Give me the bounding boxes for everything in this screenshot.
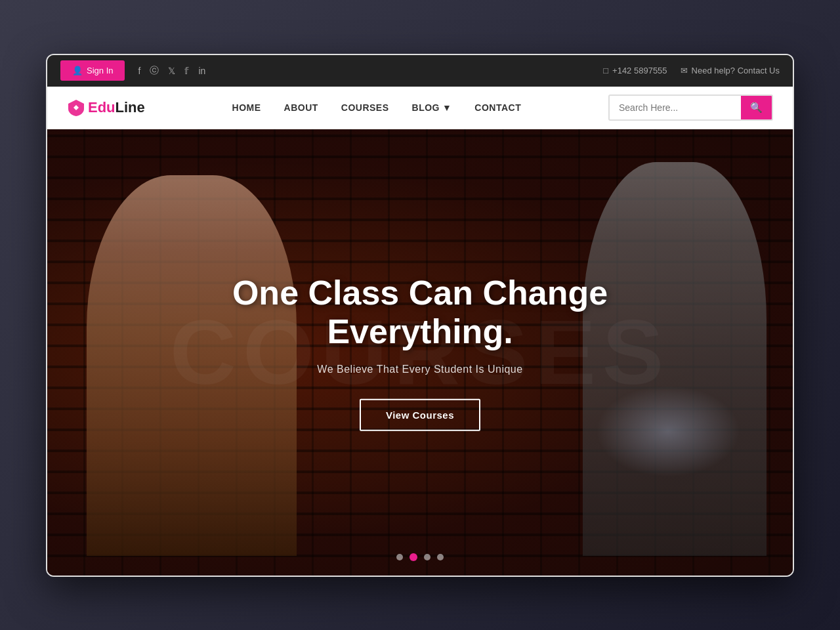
search-icon: 🔍 (750, 102, 763, 113)
top-bar: 👤 Sign In f ⓒ 𝕏 𝕗 in □ +142 5897555 ✉ Ne… (47, 55, 793, 87)
hero-title-line2: Everything. (327, 312, 513, 350)
slide-dot-1[interactable] (396, 554, 403, 560)
phone-info: □ +142 5897555 (603, 66, 667, 75)
view-courses-button[interactable]: View Courses (360, 399, 480, 431)
logo-text: EduLine (88, 99, 145, 116)
slide-dot-3[interactable] (424, 554, 430, 560)
search-button[interactable]: 🔍 (741, 96, 772, 119)
nav-bar: EduLine HOME ABOUT COURSES BLOG ▼ (47, 87, 793, 129)
slide-dot-2[interactable] (410, 553, 417, 561)
nav-contact[interactable]: CONTACT (474, 102, 521, 114)
top-bar-right: □ +142 5897555 ✉ Need help? Contact Us (603, 66, 780, 75)
search-box: 🔍 (608, 94, 773, 121)
contact-label: Need help? Contact Us (692, 66, 780, 75)
logo[interactable]: EduLine (67, 98, 145, 117)
user-icon: 👤 (72, 66, 83, 75)
logo-icon (67, 98, 85, 117)
nav-blog[interactable]: BLOG ▼ (412, 102, 452, 113)
search-input[interactable] (610, 97, 741, 118)
sign-in-label: Sign In (87, 66, 113, 75)
hero-subtitle: We Believe That Every Student Is Unique (190, 364, 650, 375)
instagram-icon[interactable]: ⓒ (150, 65, 159, 77)
nav-courses[interactable]: COURSES (341, 102, 389, 114)
nav-about[interactable]: ABOUT (284, 102, 318, 114)
hero-content: One Class Can Change Everything. We Beli… (190, 273, 650, 431)
browser-window: 👤 Sign In f ⓒ 𝕏 𝕗 in □ +142 5897555 ✉ Ne… (46, 54, 794, 577)
linkedin-icon[interactable]: in (198, 66, 205, 76)
hero-title-line1: One Class Can Change (232, 273, 608, 311)
twitter-icon[interactable]: 𝕏 (168, 66, 175, 76)
phone-number: +142 5897555 (612, 66, 667, 75)
nav-home-link[interactable]: HOME (232, 102, 261, 113)
nav-courses-link[interactable]: COURSES (341, 102, 389, 113)
social-icons: f ⓒ 𝕏 𝕗 in (138, 65, 205, 77)
hero-background: COURSES One Class Can Change Everything.… (47, 129, 793, 576)
contact-info[interactable]: ✉ Need help? Contact Us (681, 66, 780, 75)
top-bar-left: 👤 Sign In f ⓒ 𝕏 𝕗 in (60, 60, 205, 81)
phone-icon: □ (603, 66, 608, 75)
nav-blog-link[interactable]: BLOG ▼ (412, 102, 452, 113)
hero-section: COURSES One Class Can Change Everything.… (47, 129, 793, 576)
nav-about-link[interactable]: ABOUT (284, 102, 318, 113)
main-nav: HOME ABOUT COURSES BLOG ▼ CONTACT (232, 102, 522, 114)
logo-edu: Edu (88, 99, 116, 116)
nav-home[interactable]: HOME (232, 102, 261, 114)
sign-in-button[interactable]: 👤 Sign In (60, 60, 125, 81)
vimeo-icon[interactable]: 𝕗 (184, 66, 189, 76)
facebook-icon[interactable]: f (138, 66, 140, 76)
nav-contact-link[interactable]: CONTACT (474, 102, 521, 113)
chevron-down-icon: ▼ (442, 102, 452, 113)
hero-title: One Class Can Change Everything. (190, 273, 650, 352)
email-icon: ✉ (681, 66, 688, 75)
slide-dot-4[interactable] (437, 554, 444, 560)
slide-dots (396, 553, 444, 561)
logo-line: Line (116, 99, 145, 116)
